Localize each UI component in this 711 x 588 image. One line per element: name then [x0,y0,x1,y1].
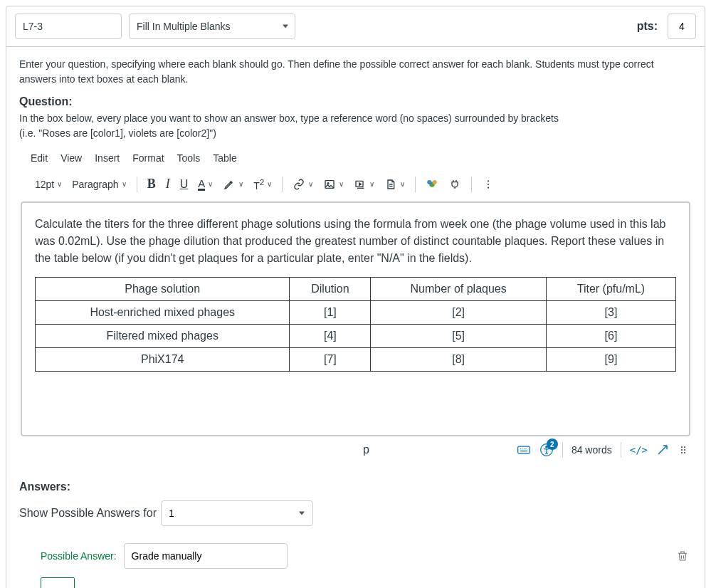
answers-heading: Answers: [19,481,692,493]
instructions-text: Enter your question, specifying where ea… [19,57,692,87]
resize-handle[interactable] [678,444,689,456]
answer-comment-button[interactable]: ... [41,577,75,588]
question-heading: Question: [19,95,692,108]
show-answers-label: Show Possible Answers for [19,507,157,520]
points-label: pts: [637,20,658,33]
more-vertical-icon [482,178,495,191]
menu-format[interactable]: Format [132,152,164,164]
html-editor-button[interactable]: </> [630,444,648,456]
rce-menubar: Edit View Insert Format Tools Table [19,149,692,171]
svg-point-12 [681,446,683,448]
menu-insert[interactable]: Insert [95,152,120,164]
italic-button[interactable]: I [162,174,174,194]
svg-point-15 [684,449,685,451]
svg-point-16 [681,452,683,453]
rich-content-editor[interactable]: Calculate the titers for the three diffe… [21,201,690,436]
possible-answer-row: Possible Answer: [19,537,692,577]
svg-point-14 [681,449,683,451]
editor-paragraph[interactable]: Calculate the titers for the three diffe… [35,216,676,267]
svg-point-8 [488,187,489,188]
svg-point-17 [684,452,685,453]
question-body: Enter your question, specifying where ea… [6,47,705,471]
svg-point-1 [327,182,329,184]
link-dropdown[interactable]: ∨ [288,175,317,194]
show-answers-row: Show Possible Answers for 1 [19,500,692,526]
svg-point-5 [433,180,437,184]
font-size-dropdown[interactable]: 12pt∨ [31,176,66,193]
menu-table[interactable]: Table [213,152,236,164]
question-header: Fill In Multiple Blanks pts: [6,6,705,47]
question-editor-card: Fill In Multiple Blanks pts: Enter your … [6,6,705,588]
points-input[interactable] [668,14,696,39]
table-header-row[interactable]: Phage solution Dilution Number of plaque… [36,278,676,301]
svg-point-6 [488,180,489,182]
rce-toolbar: 12pt∨ Paragraph∨ B I U A∨ ∨ T2∨ ∨ [19,171,692,201]
document-dropdown[interactable]: ∨ [380,175,409,194]
answers-section: Answers: Show Possible Answers for 1 Pos… [6,471,705,588]
svg-point-13 [684,446,685,448]
editor-table[interactable]: Phage solution Dilution Number of plaque… [35,277,676,372]
text-color-dropdown[interactable]: A∨ [194,174,217,194]
blank-select-wrap: 1 [161,500,313,526]
more-button[interactable] [478,175,499,194]
plugin-button[interactable] [444,175,465,194]
keyboard-icon [517,443,531,457]
question-name-input[interactable] [15,14,122,39]
bold-button[interactable]: B [143,174,160,194]
element-path[interactable]: p [22,443,511,456]
accessibility-checker-button[interactable]: 2 [539,443,554,457]
menu-view[interactable]: View [60,152,82,164]
superscript-dropdown[interactable]: T2∨ [249,174,276,194]
menu-tools[interactable]: Tools [177,152,201,164]
svg-point-7 [488,183,489,184]
link-icon [293,178,305,191]
question-type-select[interactable]: Fill In Multiple Blanks [129,14,295,39]
table-row[interactable]: Filtered mixed phages [4] [5] [6] [36,325,676,348]
highlighter-icon [223,178,236,191]
plug-icon [448,178,461,191]
possible-answer-label: Possible Answer: [41,550,117,562]
delete-answer-button[interactable] [676,550,692,562]
accessibility-issue-count: 2 [547,439,558,450]
document-icon [384,178,397,191]
menu-edit[interactable]: Edit [31,152,48,164]
image-dropdown[interactable]: ∨ [319,175,348,194]
block-format-dropdown[interactable]: Paragraph∨ [68,176,130,193]
image-icon [323,178,336,191]
question-type-select-wrap: Fill In Multiple Blanks [129,14,295,39]
trash-icon [676,550,689,562]
media-dropdown[interactable]: ∨ [349,175,379,194]
blank-select[interactable]: 1 [161,500,313,526]
editor-content[interactable]: Calculate the titers for the three diffe… [35,216,676,425]
apps-icon [426,178,438,191]
underline-button[interactable]: U [176,175,193,194]
apps-button[interactable] [421,175,443,194]
word-count[interactable]: 84 words [572,444,612,456]
fullscreen-icon [656,443,669,456]
media-icon [354,178,367,191]
fullscreen-button[interactable] [656,443,669,456]
table-row[interactable]: PhiX174 [7] [8] [9] [36,348,676,372]
question-help-text: In the box below, every place you want t… [19,111,692,141]
highlight-color-dropdown[interactable]: ∨ [218,175,248,194]
svg-point-4 [428,180,432,184]
editor-status-bar: p 2 84 words </> [19,436,692,458]
table-row[interactable]: Host-enriched mixed phages [1] [2] [3] [36,301,676,325]
keyboard-shortcuts-button[interactable] [517,443,531,457]
svg-rect-9 [518,446,530,453]
possible-answer-input[interactable] [124,543,288,569]
drag-handle-icon [678,444,689,456]
